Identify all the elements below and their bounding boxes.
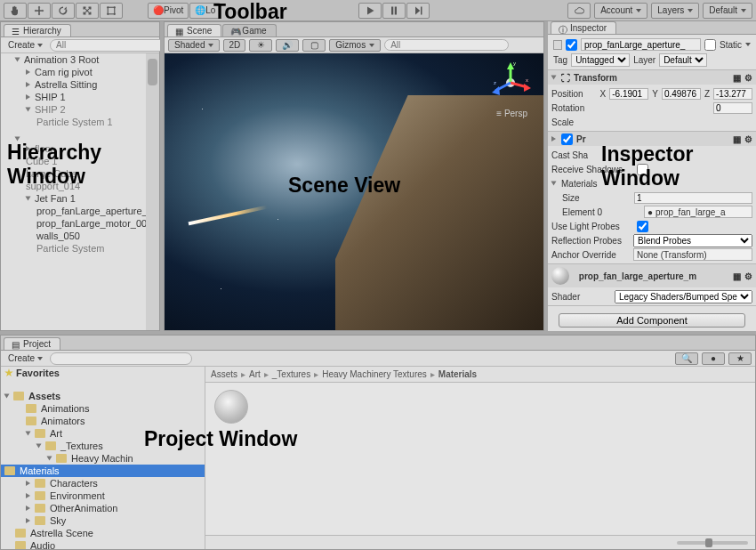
receive-shadows-checkbox[interactable] (637, 164, 648, 175)
expand-icon[interactable] (551, 136, 556, 142)
scene-search-input[interactable] (384, 39, 509, 51)
breadcrumb-item[interactable]: Assets (211, 369, 237, 379)
project-tree-item[interactable]: Environment (1, 489, 205, 502)
project-tree-item[interactable]: Sky (1, 514, 205, 527)
thumbnail-size-slider[interactable] (677, 541, 748, 545)
project-tree-item[interactable]: Audio (1, 539, 205, 549)
lighting-toggle-button[interactable]: ☀ (249, 39, 272, 52)
tab-project[interactable]: ▤Project (4, 337, 60, 350)
breadcrumb-item[interactable]: Heavy Machinery Textures (322, 369, 427, 379)
tab-hierarchy[interactable]: ☰Hierarchy (4, 24, 71, 36)
audio-toggle-button[interactable]: 🔊 (276, 39, 299, 52)
project-search-input[interactable] (50, 352, 192, 365)
hierarchy-item[interactable]: prop_fanLarge_motor_00 (1, 217, 159, 230)
tab-game[interactable]: 🎮Game (222, 24, 276, 36)
scrollbar-vertical[interactable] (146, 53, 159, 330)
orientation-gizmo[interactable]: y x z (490, 62, 531, 103)
rect-tool-button[interactable] (100, 3, 123, 19)
hierarchy-item[interactable]: Animation 3 Root (1, 53, 159, 66)
project-tree-item[interactable]: Characters (1, 477, 205, 489)
gear-icon[interactable]: ⚙ (744, 134, 752, 144)
project-tree-item[interactable]: Animators (1, 415, 205, 427)
breadcrumb-item[interactable]: _Textures (272, 369, 310, 379)
hierarchy-item[interactable]: Cam rig pivot (1, 66, 159, 78)
help-icon[interactable]: ▦ (733, 271, 741, 281)
hierarchy-tree[interactable]: Animation 3 RootCam rig pivotAstrella Si… (1, 53, 159, 330)
favorites-header[interactable]: Favorites (1, 367, 205, 379)
search-filter-asset-button[interactable]: 🔍 (675, 352, 698, 365)
breadcrumb-item[interactable]: Art (249, 369, 261, 379)
tab-inspector[interactable]: ⓘInspector (551, 21, 616, 34)
rotation-z-input[interactable] (713, 102, 752, 114)
material-thumbnail[interactable] (214, 390, 248, 424)
hierarchy-item[interactable]: walls_050 (1, 230, 159, 242)
hierarchy-item[interactable]: Cube 1 (1, 155, 159, 167)
position-y-input[interactable] (662, 88, 701, 100)
project-tree-item[interactable]: Materials (1, 465, 205, 477)
static-checkbox[interactable] (704, 39, 716, 51)
hand-tool-button[interactable] (4, 3, 27, 19)
project-tree-item[interactable]: Animations (1, 402, 205, 415)
pause-button[interactable] (382, 3, 406, 19)
layers-dropdown[interactable]: Layers (651, 3, 699, 19)
hierarchy-item[interactable] (1, 135, 159, 142)
project-thumbnail-area[interactable] (205, 383, 755, 535)
material-element-0-field[interactable]: ● prop_fan_large_a (644, 206, 752, 218)
pivot-toggle-button[interactable]: 🔴 Pivot (148, 3, 189, 19)
cloud-button[interactable] (567, 3, 591, 19)
reflection-probes-dropdown[interactable]: Blend Probes (633, 234, 752, 247)
breadcrumb[interactable]: Assets▸Art▸_Textures▸Heavy Machinery Tex… (205, 367, 755, 383)
fx-toggle-button[interactable]: ▢ (302, 39, 326, 52)
project-tree[interactable]: FavoritesAssetsAnimationsAnimatorsArt_Te… (1, 367, 205, 549)
account-dropdown[interactable]: Account (594, 3, 647, 19)
project-tree-item[interactable]: OtherAnimation (1, 502, 205, 514)
search-filter-type-button[interactable]: ● (702, 352, 725, 365)
hierarchy-item[interactable]: floor (1, 142, 159, 155)
move-tool-button[interactable] (28, 3, 51, 19)
hierarchy-create-button[interactable]: Create (4, 39, 46, 52)
play-button[interactable] (358, 3, 382, 19)
component-enabled-checkbox[interactable] (561, 133, 573, 145)
hierarchy-item[interactable]: SHIP 2 (1, 103, 159, 116)
materials-size-input[interactable] (634, 192, 752, 204)
gear-icon[interactable]: ⚙ (744, 271, 752, 281)
position-x-input[interactable] (609, 88, 648, 100)
anchor-override-field[interactable]: None (Transform) (633, 248, 752, 261)
hierarchy-item[interactable]: Particle System (1, 242, 159, 255)
hierarchy-search-input[interactable] (50, 39, 175, 52)
use-light-probes-checkbox[interactable] (637, 221, 648, 232)
hierarchy-item[interactable]: Particle System 1 (1, 116, 159, 128)
assets-header[interactable]: Assets (1, 390, 205, 402)
layout-dropdown[interactable]: Default (703, 3, 752, 19)
project-create-button[interactable]: Create (4, 352, 46, 365)
step-button[interactable] (406, 3, 430, 19)
2d-toggle-button[interactable]: 2D (223, 39, 245, 52)
tag-dropdown[interactable]: Untagged (571, 53, 630, 67)
shading-mode-dropdown[interactable]: Shaded (168, 39, 220, 52)
hierarchy-item[interactable]: support_014 (1, 180, 159, 192)
hierarchy-item[interactable]: Jet Fan 1 (1, 192, 159, 205)
help-icon[interactable]: ▦ (733, 134, 741, 144)
tab-scene[interactable]: ▦Scene (167, 24, 221, 36)
add-component-button[interactable]: Add Component (559, 313, 746, 328)
project-tree-item[interactable]: _Textures (1, 440, 205, 452)
breadcrumb-item[interactable]: Materials (438, 369, 477, 379)
hierarchy-item[interactable]: Large Cube (1, 167, 159, 180)
gear-icon[interactable]: ⚙ (744, 73, 752, 83)
gameobject-active-checkbox[interactable] (566, 39, 577, 51)
local-toggle-button[interactable]: 🌐 Lo (189, 3, 221, 19)
help-icon[interactable]: ▦ (733, 73, 741, 83)
project-tree-item[interactable]: Heavy Machin (1, 452, 205, 465)
scene-view-canvas[interactable]: y x z ≡ Persp (165, 53, 543, 330)
shader-dropdown[interactable]: Legacy Shaders/Bumped Spe (615, 290, 752, 303)
project-tree-item[interactable]: Astrella Scene (1, 527, 205, 539)
rotate-tool-button[interactable] (52, 3, 75, 19)
position-z-input[interactable] (713, 88, 752, 100)
search-filter-label-button[interactable]: ★ (728, 352, 752, 365)
hierarchy-item[interactable]: prop_fanLarge_aperture_ (1, 205, 159, 217)
expand-icon[interactable] (551, 76, 557, 80)
layer-dropdown[interactable]: Default (659, 53, 707, 67)
hierarchy-item[interactable]: Astrella Sitting (1, 78, 159, 91)
gameobject-name-input[interactable] (581, 38, 701, 51)
gizmos-dropdown[interactable]: Gizmos (329, 39, 381, 52)
